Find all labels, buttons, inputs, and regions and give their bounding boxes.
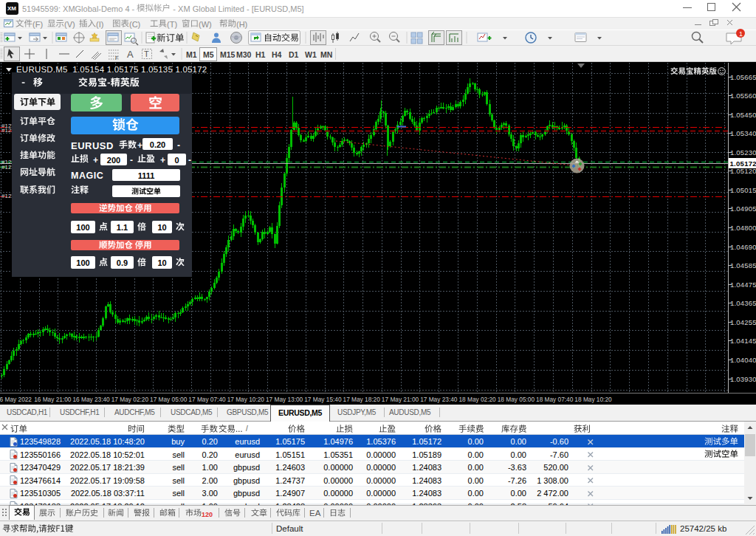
svg-text:1: 1 bbox=[739, 30, 743, 38]
svg-text:F: F bbox=[115, 55, 118, 61]
svg-text:A: A bbox=[127, 49, 134, 60]
svg-text:T: T bbox=[144, 49, 149, 58]
